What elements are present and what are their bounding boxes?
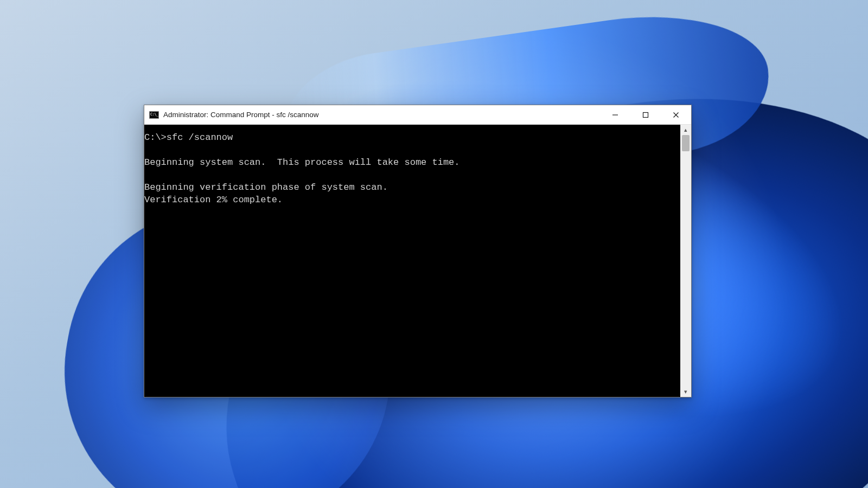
- minimize-button[interactable]: [600, 105, 630, 124]
- scrollbar-track[interactable]: [680, 135, 691, 387]
- titlebar[interactable]: Administrator: Command Prompt - sfc /sca…: [144, 105, 691, 125]
- scroll-up-button[interactable]: ▴: [680, 125, 691, 135]
- close-icon: [673, 112, 679, 118]
- console-line: C:\>sfc /scannow: [144, 132, 233, 143]
- command-prompt-window: Administrator: Command Prompt - sfc /sca…: [144, 105, 692, 397]
- console-output[interactable]: C:\>sfc /scannow Beginning system scan. …: [144, 125, 680, 397]
- console-client-area: C:\>sfc /scannow Beginning system scan. …: [144, 125, 691, 397]
- close-button[interactable]: [661, 105, 691, 124]
- window-title: Administrator: Command Prompt - sfc /sca…: [163, 111, 319, 119]
- svg-rect-1: [643, 112, 648, 117]
- vertical-scrollbar[interactable]: ▴ ▾: [680, 125, 691, 397]
- scroll-down-button[interactable]: ▾: [680, 387, 691, 397]
- maximize-button[interactable]: [630, 105, 661, 124]
- chevron-up-icon: ▴: [684, 126, 687, 133]
- console-line: Verification 2% complete.: [144, 195, 283, 205]
- chevron-down-icon: ▾: [684, 388, 687, 395]
- console-line: Beginning system scan. This process will…: [144, 157, 460, 168]
- cmd-icon: [149, 111, 159, 119]
- console-line: Beginning verification phase of system s…: [144, 182, 388, 192]
- minimize-icon: [612, 112, 618, 118]
- window-controls: [600, 105, 691, 124]
- scrollbar-thumb[interactable]: [682, 135, 690, 151]
- maximize-icon: [642, 112, 649, 118]
